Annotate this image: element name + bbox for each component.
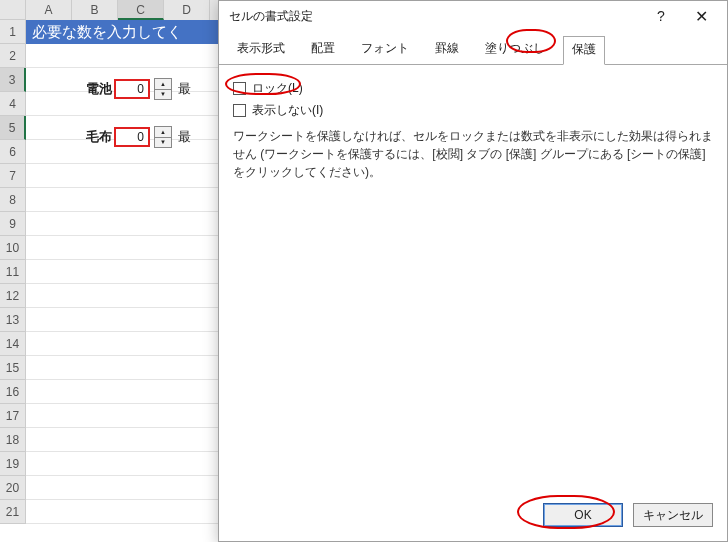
format-cells-dialog: セルの書式設定 ? ✕ 表示形式 配置 フォント 罫線 塗りつぶし 保護 ロック… [218, 0, 728, 542]
row-header[interactable]: 6 [0, 140, 26, 164]
checkbox-locked[interactable]: ロック(L) [233, 79, 713, 97]
column-header[interactable]: D [164, 0, 210, 20]
select-all-corner[interactable] [0, 0, 26, 20]
field-label: 毛布 [72, 128, 112, 146]
spinner-up-icon[interactable]: ▲ [155, 127, 171, 138]
row-header[interactable]: 2 [0, 44, 26, 68]
row-header[interactable]: 4 [0, 92, 26, 116]
checkbox-icon[interactable] [233, 82, 246, 95]
tab-alignment[interactable]: 配置 [303, 36, 343, 65]
row-headers: 123456789101112131415161718192021 [0, 20, 26, 524]
row-header[interactable]: 17 [0, 404, 26, 428]
spinner-control[interactable]: ▲ ▼ [154, 126, 172, 148]
checkbox-hidden[interactable]: 表示しない(I) [233, 101, 713, 119]
row-header[interactable]: 10 [0, 236, 26, 260]
tab-number-format[interactable]: 表示形式 [229, 36, 293, 65]
row-header[interactable]: 15 [0, 356, 26, 380]
cancel-button[interactable]: キャンセル [633, 503, 713, 527]
row-header[interactable]: 7 [0, 164, 26, 188]
field-tail: 最 [178, 128, 191, 146]
spinner-down-icon[interactable]: ▼ [155, 138, 171, 148]
number-input[interactable]: 0 [114, 127, 150, 147]
column-header[interactable]: C [118, 0, 164, 20]
field-label: 電池 [72, 80, 112, 98]
dialog-body: ロック(L) 表示しない(I) ワークシートを保護しなければ、セルをロックまたは… [219, 65, 727, 493]
dialog-titlebar[interactable]: セルの書式設定 ? ✕ [219, 1, 727, 31]
help-button[interactable]: ? [641, 2, 681, 30]
row-header[interactable]: 14 [0, 332, 26, 356]
row-header[interactable]: 18 [0, 428, 26, 452]
dialog-button-row: OK キャンセル [219, 493, 727, 541]
field-row: 電池 0 ▲ ▼ 最 [72, 78, 191, 100]
checkbox-icon[interactable] [233, 104, 246, 117]
field-row: 毛布 0 ▲ ▼ 最 [72, 126, 191, 148]
close-button[interactable]: ✕ [681, 2, 721, 30]
row-header[interactable]: 12 [0, 284, 26, 308]
spinner-control[interactable]: ▲ ▼ [154, 78, 172, 100]
field-tail: 最 [178, 80, 191, 98]
protection-note: ワークシートを保護しなければ、セルをロックまたは数式を非表示にした効果は得られま… [233, 127, 713, 181]
row-header[interactable]: 20 [0, 476, 26, 500]
column-header[interactable]: B [72, 0, 118, 20]
row-header[interactable]: 5 [0, 116, 26, 140]
row-header[interactable]: 19 [0, 452, 26, 476]
tab-border[interactable]: 罫線 [427, 36, 467, 65]
row-header[interactable]: 21 [0, 500, 26, 524]
spinner-down-icon[interactable]: ▼ [155, 90, 171, 100]
checkbox-label: 表示しない(I) [252, 101, 323, 119]
tab-font[interactable]: フォント [353, 36, 417, 65]
row-header[interactable]: 1 [0, 20, 26, 44]
tab-protection[interactable]: 保護 [563, 36, 605, 65]
tab-fill[interactable]: 塗りつぶし [477, 36, 553, 65]
checkbox-label: ロック(L) [252, 79, 303, 97]
dialog-tabs: 表示形式 配置 フォント 罫線 塗りつぶし 保護 [219, 31, 727, 65]
number-input[interactable]: 0 [114, 79, 150, 99]
row-header[interactable]: 9 [0, 212, 26, 236]
row-header[interactable]: 3 [0, 68, 26, 92]
row-header[interactable]: 13 [0, 308, 26, 332]
row-header[interactable]: 8 [0, 188, 26, 212]
ok-button[interactable]: OK [543, 503, 623, 527]
row-header[interactable]: 16 [0, 380, 26, 404]
spinner-up-icon[interactable]: ▲ [155, 79, 171, 90]
dialog-title: セルの書式設定 [229, 8, 641, 25]
column-header[interactable]: A [26, 0, 72, 20]
row-header[interactable]: 11 [0, 260, 26, 284]
